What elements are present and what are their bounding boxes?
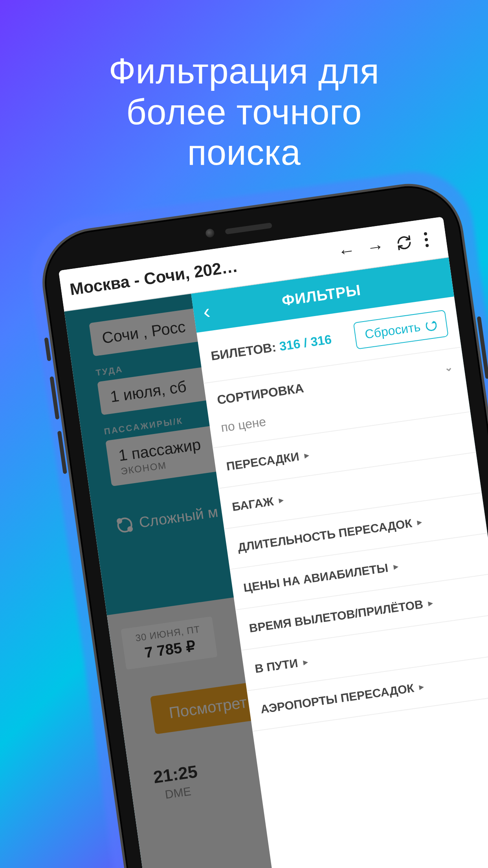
arrow-right-icon: ▸: [428, 598, 434, 608]
promo-line-3: поиска: [0, 132, 488, 173]
browser-forward-button[interactable]: →: [359, 230, 392, 263]
arrow-right-icon: ▸: [419, 682, 425, 692]
promo-headline: Фильтрация для более точного поиска: [0, 0, 488, 173]
arrow-right-icon: ▸: [417, 517, 423, 527]
phone-speaker: [225, 223, 272, 235]
phone-mockup: Москва - Сочи, 202… ← → Сочи , Росс ТУДА…: [35, 177, 488, 868]
browser-back-button[interactable]: ←: [330, 234, 363, 267]
reset-icon: [425, 319, 438, 332]
arrow-right-icon: ▸: [304, 450, 310, 461]
promo-line-1: Фильтрация для: [0, 51, 488, 92]
arrow-right-icon: ▸: [303, 657, 308, 667]
phone-camera: [205, 228, 215, 238]
arrow-right-icon: ▸: [393, 561, 399, 572]
tickets-count: БИЛЕТОВ: 316 / 316: [210, 332, 332, 364]
browser-reload-button[interactable]: [388, 226, 421, 259]
promo-line-2: более точного: [0, 92, 488, 133]
arrow-right-icon: ▸: [278, 495, 284, 506]
reset-filters-button[interactable]: Сбросить: [353, 310, 449, 349]
sort-header: СОРТИРОВКА: [216, 381, 305, 408]
chevron-down-icon: ⌄: [444, 361, 454, 374]
